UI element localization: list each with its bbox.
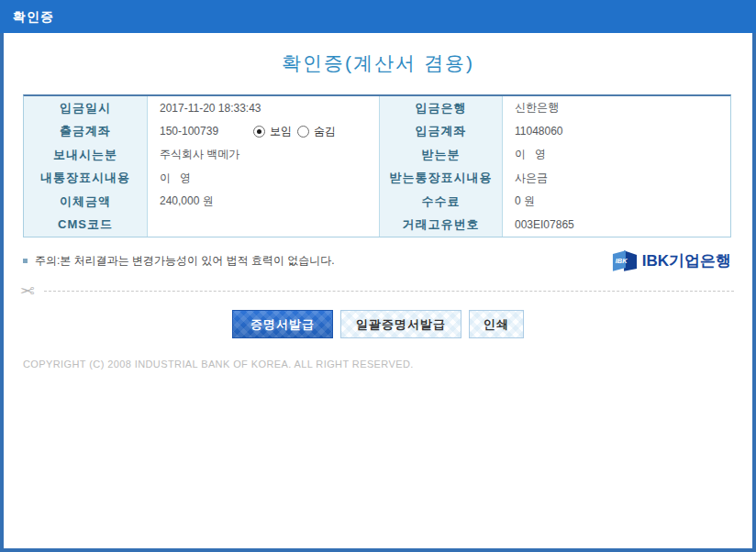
ibk-bank-logo: IBK IBK기업은행 <box>612 249 731 272</box>
action-button-row: 증명서발급 일괄증명서발급 인쇄 <box>0 310 756 338</box>
field-value-withdrawal-account: 150-100739 보임 숨김 <box>148 120 379 144</box>
disclaimer-text: 주의:본 처리결과는 변경가능성이 있어 법적 효력이 없습니다. <box>35 253 335 269</box>
withdrawal-account-number: 150-100739 <box>160 125 218 138</box>
title-bar: 확인증 <box>0 0 756 33</box>
field-label-cms-code: CMS코드 <box>24 214 148 237</box>
radio-show-label[interactable]: 보임 <box>270 124 292 139</box>
field-value-deposit-datetime: 2017-11-20 18:33:43 <box>148 96 379 120</box>
cut-line: ✂ <box>20 280 734 302</box>
issue-certificate-button[interactable]: 증명서발급 <box>232 310 333 338</box>
radio-show-account[interactable]: 보임 <box>253 124 292 139</box>
title-bar-label: 확인증 <box>13 0 54 33</box>
field-label-deposit-datetime: 입금일시 <box>24 96 148 120</box>
svg-text:IBK: IBK <box>615 257 627 265</box>
table-row: 보내시는분 주식회사 백메가 받는분 이 영 <box>24 143 730 167</box>
page-border-left <box>0 33 4 552</box>
page-border-right <box>752 33 756 552</box>
table-row: CMS코드 거래고유번호 003EI07865 <box>24 214 730 237</box>
note-row: 주의:본 처리결과는 변경가능성이 있어 법적 효력이 없습니다. IBK IB… <box>23 246 731 275</box>
table-row: 입금일시 2017-11-20 18:33:43 입금은행 신한은행 <box>24 96 730 120</box>
radio-hide-account[interactable]: 숨김 <box>297 124 336 139</box>
field-label-deposit-bank: 입금은행 <box>379 96 503 120</box>
ibk-logo-text: IBK기업은행 <box>642 250 731 271</box>
ibk-logo-icon: IBK <box>612 249 638 272</box>
disclaimer-note: 주의:본 처리결과는 변경가능성이 있어 법적 효력이 없습니다. <box>23 253 335 269</box>
confirmation-page: 확인증 확인증(계산서 겸용) 입금일시 2017-11-20 18:33:43… <box>0 0 756 552</box>
field-label-my-passbook-display: 내통장표시내용 <box>24 167 148 191</box>
dashed-cut-line <box>44 291 734 292</box>
field-value-my-passbook-display: 이 영 <box>148 167 379 191</box>
field-label-withdrawal-account: 출금계좌 <box>24 120 148 144</box>
field-label-transaction-id: 거래고유번호 <box>379 214 503 237</box>
field-value-transfer-amount: 240,000 원 <box>148 190 379 214</box>
field-value-sender: 주식회사 백메가 <box>148 143 379 167</box>
square-bullet-icon <box>23 259 28 263</box>
page-border-bottom <box>0 548 756 552</box>
account-visibility-radio-group: 보임 숨김 <box>253 124 336 139</box>
table-row: 내통장표시내용 이 영 받는통장표시내용 사은금 <box>24 167 730 191</box>
field-value-receiver: 이 영 <box>503 143 730 167</box>
copyright-text: COPYRIGHT (C) 2008 INDUSTRIAL BANK OF KO… <box>23 359 414 370</box>
radio-selected-icon[interactable] <box>253 126 265 138</box>
field-value-fee: 0 원 <box>503 190 730 214</box>
confirmation-table: 입금일시 2017-11-20 18:33:43 입금은행 신한은행 출금계좌 … <box>23 94 731 237</box>
field-value-transaction-id: 003EI07865 <box>503 214 730 237</box>
field-label-sender: 보내시는분 <box>24 143 148 167</box>
field-label-fee: 수수료 <box>379 190 503 214</box>
field-label-receiver-passbook-display: 받는통장표시내용 <box>379 167 503 191</box>
field-label-transfer-amount: 이체금액 <box>24 190 148 214</box>
table-row: 이체금액 240,000 원 수수료 0 원 <box>24 190 730 214</box>
field-value-cms-code <box>148 214 379 237</box>
field-value-receiver-passbook-display: 사은금 <box>503 167 730 191</box>
scissors-icon: ✂ <box>20 282 35 300</box>
table-row: 출금계좌 150-100739 보임 숨김 입금계좌 11048060 <box>24 120 730 144</box>
radio-unselected-icon[interactable] <box>297 126 309 138</box>
radio-hide-label[interactable]: 숨김 <box>314 124 336 139</box>
print-button[interactable]: 인쇄 <box>469 310 524 338</box>
batch-issue-certificate-button[interactable]: 일괄증명서발급 <box>340 310 461 338</box>
field-label-deposit-account: 입금계좌 <box>379 120 503 144</box>
page-title: 확인증(계산서 겸용) <box>0 50 756 76</box>
field-label-receiver: 받는분 <box>379 143 503 167</box>
field-value-deposit-account: 11048060 <box>503 120 730 144</box>
field-value-deposit-bank: 신한은행 <box>503 96 730 120</box>
